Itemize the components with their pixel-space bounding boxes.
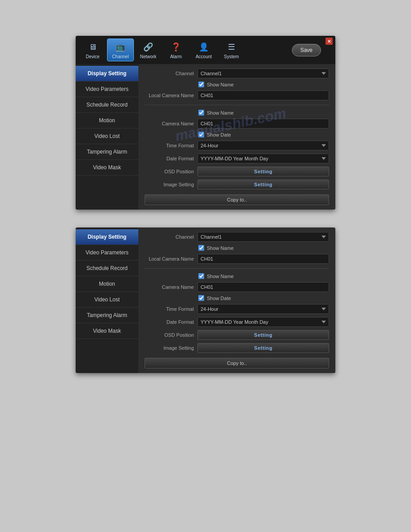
show-name-2-checkbox[interactable]	[198, 110, 204, 116]
show-date-checkbox-2[interactable]	[198, 295, 204, 301]
sidebar-item-motion[interactable]: Motion	[76, 113, 138, 129]
date-format-row-2: Date Format YYYY-MM-DD Year Month Day	[145, 317, 329, 327]
channel-label: Channel	[145, 71, 194, 76]
channel-select-2[interactable]: Channel1	[197, 232, 329, 242]
show-name-2-row: Show Name	[145, 110, 329, 116]
camera-name-input[interactable]	[197, 119, 329, 129]
channel-label-2: Channel	[145, 234, 194, 240]
camera-name-input-2[interactable]	[197, 282, 329, 292]
account-icon: 👤	[196, 41, 212, 53]
show-name-2-label-2: Show Name	[207, 274, 234, 279]
local-camera-name-label-2: Local Camera Name	[145, 256, 194, 262]
show-name-1-label: Show Name	[207, 82, 234, 87]
panel-1-content: Display Setting Video Parameters Schedul…	[76, 64, 335, 210]
nav-network[interactable]: 🔗 Network	[135, 39, 162, 61]
sidebar-2: Display Setting Video Parameters Schedul…	[76, 227, 138, 373]
local-camera-name-input-2[interactable]	[197, 254, 329, 264]
show-date-label: Show Date	[207, 132, 231, 137]
local-camera-name-label: Local Camera Name	[145, 93, 194, 98]
sidebar-item-video-parameters[interactable]: Video Parameters	[76, 82, 138, 97]
camera-name-row-2: Camera Name	[145, 282, 329, 292]
osd-position-label-2: OSD Position	[145, 332, 194, 338]
channel-row: Channel Channel1	[145, 69, 329, 78]
nav-channel[interactable]: 📺 Channel	[107, 39, 134, 61]
sidebar-1: Display Setting Video Parameters Schedul…	[76, 64, 138, 210]
show-name-1-checkbox-2[interactable]	[198, 245, 204, 251]
copyto-button[interactable]: Copy to..	[145, 194, 329, 205]
nav-system[interactable]: ☰ System	[218, 39, 245, 61]
time-format-select[interactable]: 24-Hour	[197, 141, 329, 150]
sidebar-2-item-display-setting[interactable]: Display Setting	[76, 229, 138, 245]
panel-2: Display Setting Video Parameters Schedul…	[76, 227, 335, 373]
date-format-label-2: Date Format	[145, 319, 194, 325]
copyto-button-2[interactable]: Copy to..	[145, 358, 329, 369]
settings-area-2: Channel Channel1 Show Name Local Camera …	[138, 227, 335, 373]
nav-alarm-label: Alarm	[170, 54, 182, 59]
image-setting-button[interactable]: Setting	[197, 180, 329, 189]
channel-row-2: Channel Channel1	[145, 232, 329, 242]
osd-position-row: OSD Position Setting	[145, 167, 329, 176]
time-format-label-2: Time Format	[145, 306, 194, 312]
sidebar-2-item-schedule-record[interactable]: Schedule Record	[76, 261, 138, 276]
local-camera-name-input[interactable]	[197, 90, 329, 100]
nav-system-label: System	[224, 54, 239, 59]
sidebar-item-display-setting[interactable]: Display Setting	[76, 66, 138, 82]
sidebar-2-item-tampering-alarm[interactable]: Tampering Alarm	[76, 308, 138, 323]
local-camera-name-row-2: Local Camera Name	[145, 254, 329, 264]
nav-account-label: Account	[196, 54, 212, 59]
channel-select[interactable]: Channel1	[197, 69, 329, 78]
show-name-1-row-2: Show Name	[145, 245, 329, 251]
show-name-1-row: Show Name	[145, 82, 329, 87]
show-name-1-label-2: Show Name	[207, 245, 234, 251]
time-format-row: Time Format 24-Hour	[145, 141, 329, 150]
sidebar-item-tampering-alarm[interactable]: Tampering Alarm	[76, 144, 138, 160]
sidebar-2-item-video-mask[interactable]: Video Mask	[76, 323, 138, 339]
camera-name-label-2: Camera Name	[145, 284, 194, 290]
show-date-checkbox[interactable]	[198, 132, 204, 137]
nav-channel-label: Channel	[112, 54, 128, 59]
image-setting-button-2[interactable]: Setting	[197, 343, 329, 353]
camera-name-label: Camera Name	[145, 121, 194, 126]
close-button[interactable]: ✕	[325, 38, 333, 45]
show-name-2-label: Show Name	[207, 110, 234, 116]
sidebar-2-item-motion[interactable]: Motion	[76, 276, 138, 292]
network-icon: 🔗	[140, 41, 156, 53]
save-button[interactable]: Save	[292, 44, 321, 56]
time-format-row-2: Time Format 24-Hour	[145, 304, 329, 314]
time-format-label: Time Format	[145, 143, 194, 148]
osd-position-button-2[interactable]: Setting	[197, 330, 329, 340]
nav-bar: 🖥 Device 📺 Channel 🔗 Network ❓ Alarm 👤 A…	[76, 36, 335, 64]
settings-area-1: Channel Channel1 Show Name Local Camera …	[138, 64, 335, 210]
camera-name-row: Camera Name	[145, 119, 329, 129]
time-format-select-2[interactable]: 24-Hour	[197, 304, 329, 314]
osd-position-label: OSD Position	[145, 169, 194, 174]
osd-position-row-2: OSD Position Setting	[145, 330, 329, 340]
show-name-2-checkbox-2[interactable]	[198, 273, 204, 279]
sidebar-item-schedule-record[interactable]: Schedule Record	[76, 97, 138, 113]
panel-1: 🖥 Device 📺 Channel 🔗 Network ❓ Alarm 👤 A…	[76, 36, 335, 210]
show-date-row: Show Date	[145, 132, 329, 137]
date-format-select[interactable]: YYYY-MM-DD Year Month Day	[197, 154, 329, 163]
nav-device[interactable]: 🖥 Device	[79, 39, 106, 61]
system-icon: ☰	[223, 41, 240, 53]
sidebar-item-video-lost[interactable]: Video Lost	[76, 129, 138, 144]
image-setting-row-2: Image Setting Setting	[145, 343, 329, 353]
channel-icon: 📺	[112, 41, 128, 53]
nav-device-label: Device	[86, 54, 100, 59]
show-date-label-2: Show Date	[207, 296, 231, 301]
nav-alarm[interactable]: ❓ Alarm	[163, 39, 189, 61]
panel-2-content: Display Setting Video Parameters Schedul…	[76, 227, 335, 373]
date-format-select-2[interactable]: YYYY-MM-DD Year Month Day	[197, 317, 329, 327]
alarm-icon: ❓	[168, 41, 184, 53]
osd-position-button[interactable]: Setting	[197, 167, 329, 176]
nav-account[interactable]: 👤 Account	[190, 39, 217, 61]
date-format-label: Date Format	[145, 156, 194, 161]
date-format-row: Date Format YYYY-MM-DD Year Month Day	[145, 154, 329, 163]
sidebar-item-video-mask[interactable]: Video Mask	[76, 160, 138, 176]
show-date-row-2: Show Date	[145, 295, 329, 301]
image-setting-row: Image Setting Setting	[145, 180, 329, 189]
show-name-1-checkbox[interactable]	[198, 82, 204, 87]
image-setting-label-2: Image Setting	[145, 345, 194, 351]
sidebar-2-item-video-lost[interactable]: Video Lost	[76, 292, 138, 308]
sidebar-2-item-video-parameters[interactable]: Video Parameters	[76, 245, 138, 261]
